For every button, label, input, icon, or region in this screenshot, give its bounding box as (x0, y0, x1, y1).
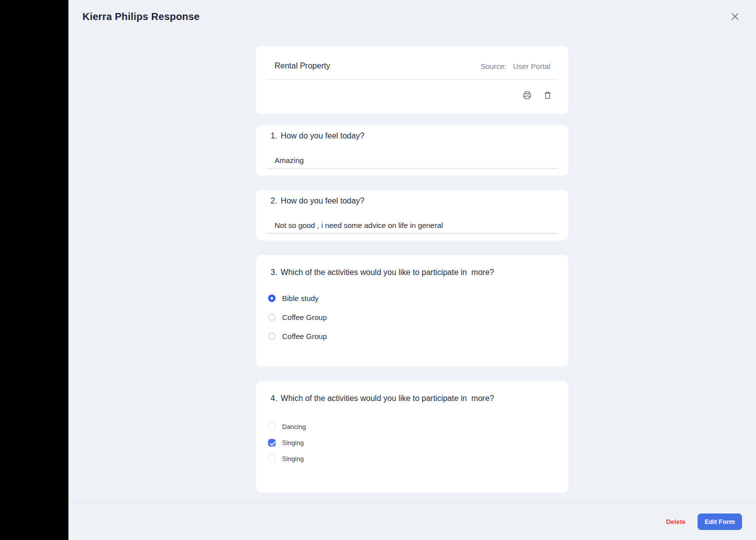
form-title-row: Rental Property Source: User Portal (267, 46, 558, 80)
question-number: 1. (271, 132, 277, 140)
checkbox-icon[interactable] (268, 455, 276, 462)
print-icon (523, 94, 532, 101)
radio-icon[interactable] (268, 314, 276, 321)
question-card-2: 2.How do you feel today? Not so good , i… (256, 190, 569, 240)
checkbox-option-singing-2[interactable]: Singing (268, 455, 558, 462)
question-card-4: 4.Which of the activities would you like… (256, 381, 569, 492)
panel-footer: Delete Edit Form (68, 502, 756, 540)
close-button[interactable] (730, 11, 741, 22)
panel-header: Kierra Philips Response (68, 0, 756, 34)
radio-option-bible-study[interactable]: Bible study (268, 294, 558, 302)
answer-field: Amazing (267, 156, 558, 168)
form-title: Rental Property (275, 62, 330, 70)
radio-option-coffee-group-1[interactable]: Coffee Group (268, 313, 558, 322)
question-number: 4. (271, 394, 277, 402)
checkbox-option-singing-1[interactable]: Singing (268, 439, 558, 446)
response-panel: Kierra Philips Response Rental Property … (68, 0, 756, 540)
page-title: Kierra Philips Response (82, 11, 200, 22)
source-value: User Portal (513, 62, 550, 70)
screen: Kierra Philips Response Rental Property … (0, 0, 756, 540)
source-label: Source: (481, 62, 507, 70)
checkbox-icon[interactable] (268, 423, 276, 430)
response-content: Rental Property Source: User Portal (256, 46, 569, 507)
question-number: 2. (271, 196, 277, 205)
edit-form-button[interactable]: Edit Form (698, 514, 742, 530)
question-text: How do you feel today? (281, 132, 364, 140)
radio-option-coffee-group-2[interactable]: Coffee Group (268, 332, 558, 340)
question-card-3: 3.Which of the activities would you like… (256, 255, 569, 366)
checkbox-option-dancing[interactable]: Dancing (268, 423, 558, 430)
option-label: Singing (282, 439, 304, 446)
question-title: 2.How do you feel today? (271, 196, 558, 206)
question-title: 4.Which of the activities would you like… (271, 394, 558, 403)
answer-field: Not so good , i need some advice on life… (267, 221, 558, 234)
option-label: Coffee Group (282, 332, 327, 340)
question-text: How do you feel today? (281, 196, 364, 205)
radio-icon[interactable] (268, 294, 276, 302)
question-number: 3. (271, 268, 277, 276)
question-text: Which of the activities would you like t… (281, 394, 494, 402)
question-card-1: 1.How do you feel today? Amazing (256, 125, 569, 176)
form-source: Source: User Portal (481, 62, 551, 70)
delete-response-button[interactable] (544, 91, 552, 100)
radio-icon[interactable] (268, 332, 276, 340)
print-button[interactable] (523, 91, 532, 100)
option-label: Singing (282, 455, 304, 462)
form-summary-card: Rental Property Source: User Portal (256, 46, 569, 114)
checkbox-icon[interactable] (268, 439, 276, 446)
trash-icon (544, 94, 552, 101)
option-label: Dancing (282, 423, 306, 430)
radio-group: Bible study Coffee Group Coffee Group (268, 294, 558, 340)
form-actions (267, 80, 558, 100)
checkbox-group: Dancing Singing Singing (268, 423, 558, 462)
option-label: Bible study (282, 294, 319, 302)
delete-button[interactable]: Delete (666, 518, 686, 526)
option-label: Coffee Group (282, 313, 327, 322)
question-title: 3.Which of the activities would you like… (271, 268, 558, 277)
close-icon (731, 12, 740, 21)
question-title: 1.How do you feel today? (271, 131, 558, 140)
question-text: Which of the activities would you like t… (281, 268, 494, 276)
